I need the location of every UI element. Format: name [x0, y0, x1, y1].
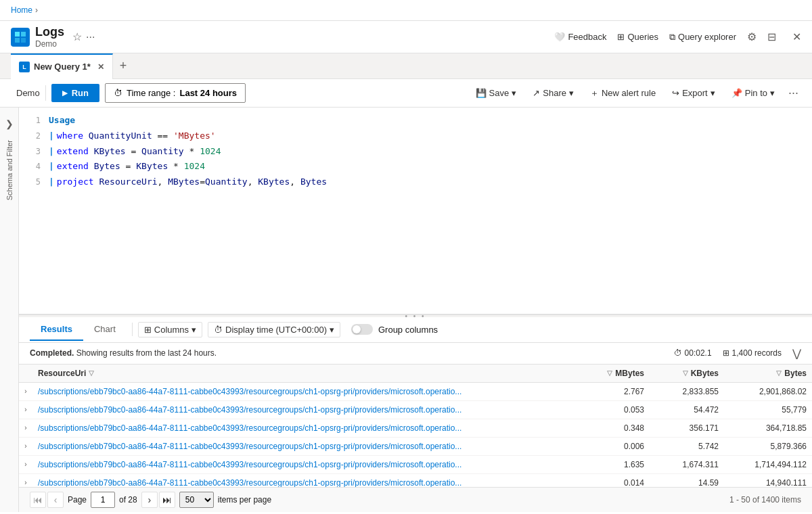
group-columns-toggle-area: Group columns [351, 324, 438, 335]
header: Logs Demo ☆ ··· 🤍 Feedback ⊞ Queries ⧉ Q… [0, 21, 812, 53]
prev-page-button[interactable]: ‹ [47, 492, 64, 508]
last-page-button[interactable]: ⏭ [159, 492, 175, 508]
time-range-value: Last 24 hours [179, 88, 237, 98]
page-input[interactable] [91, 492, 115, 508]
items-per-page-select[interactable]: 50 100 200 [179, 492, 214, 508]
bytes-cell-1: 55,779 [724, 400, 812, 419]
results-tabs-bar: Results Chart ⊞ Columns ▾ ⏱ Display time… [19, 317, 812, 343]
kbytes-cell-3: 5.742 [650, 437, 724, 455]
time-range-button[interactable]: ⏱ Time range : Last 24 hours [105, 83, 246, 103]
favorite-icon[interactable]: ☆ [72, 30, 82, 43]
mbytes-filter-icon[interactable]: ▽ [607, 369, 612, 377]
row-expand-2[interactable]: › [19, 419, 32, 437]
next-page-button[interactable]: › [141, 492, 158, 508]
columns-button[interactable]: ⊞ Columns ▾ [138, 322, 202, 337]
kbytes-header: ▽ KBytes [650, 365, 724, 383]
schema-filter-panel[interactable]: ❯ Schema and Filter [0, 108, 19, 512]
pin-chevron-icon: ▾ [770, 88, 775, 98]
row-expand-0[interactable]: › [19, 382, 32, 400]
resource-uri-cell-4: /subscriptions/ebb79bc0-aa86-44a7-8111-c… [32, 455, 589, 473]
table-row: › /subscriptions/ebb79bc0-aa86-44a7-8111… [19, 419, 812, 437]
save-button[interactable]: 💾 Save ▾ [470, 85, 522, 101]
display-time-button[interactable]: ⏱ Display time (UTC+00:00) ▾ [208, 322, 340, 337]
editor-line-3: 3 | extend KBytes = Quantity * 1024 [19, 144, 812, 160]
time-range-prefix: Time range : [127, 88, 176, 98]
resource-uri-cell-5: /subscriptions/ebb79bc0-aa86-44a7-8111-c… [32, 473, 589, 487]
table-icon: ⊞ [723, 348, 729, 358]
editor-line-5: 5 | project ResourceUri , MBytes = Quant… [19, 174, 812, 190]
kbytes-cell-1: 54.472 [650, 400, 724, 419]
queries-button[interactable]: ⊞ Queries [617, 32, 658, 42]
first-page-button[interactable]: ⏮ [30, 492, 46, 508]
group-columns-label: Group columns [378, 325, 438, 335]
results-meta: ⏱ 00:02.1 ⊞ 1,400 records ⋁ [674, 347, 801, 360]
feedback-button[interactable]: 🤍 Feedback [554, 32, 606, 42]
save-chevron-icon: ▾ [512, 88, 516, 98]
breadcrumb-home[interactable]: Home [11, 5, 32, 15]
mbytes-header: ▽ MBytes [589, 365, 650, 383]
group-columns-toggle[interactable] [351, 324, 373, 335]
pin-to-button[interactable]: 📌 Pin to ▾ [726, 85, 780, 101]
editor-line-1: 1 Usage [19, 113, 812, 128]
header-title-group: Logs Demo [35, 25, 64, 49]
close-icon[interactable]: ✕ [792, 30, 801, 43]
tab-close-icon[interactable]: ✕ [97, 62, 104, 72]
query-explorer-button[interactable]: ⧉ Query explorer [669, 32, 736, 43]
tab-new-query-1[interactable]: L New Query 1* ✕ [11, 53, 113, 79]
clock-icon: ⏱ [114, 88, 122, 98]
results-table: ResourceUri ▽ ▽ MBytes [19, 365, 812, 488]
svg-rect-2 [15, 38, 20, 43]
kbytes-filter-icon[interactable]: ▽ [683, 369, 688, 377]
workspace-label: Demo [11, 85, 46, 101]
settings-icon[interactable]: ⚙ [747, 30, 757, 43]
row-expand-4[interactable]: › [19, 455, 32, 473]
bytes-cell-3: 5,879.366 [724, 437, 812, 455]
new-alert-button[interactable]: ＋ New alert rule [585, 85, 661, 102]
resource-uri-header: ResourceUri ▽ [32, 365, 589, 383]
heart-icon: 🤍 [554, 32, 565, 42]
tab-label: New Query 1* [34, 62, 91, 72]
status-text: Completed. Showing results from the last… [30, 348, 674, 358]
bytes-cell-0: 2,901,868.02 [724, 382, 812, 400]
layout-icon[interactable]: ⊟ [767, 30, 776, 43]
kbytes-cell-5: 14.59 [650, 473, 724, 487]
query-editor[interactable]: 1 Usage 2 | where QuantityUnit == 'MByte… [19, 108, 812, 314]
app-title: Logs [35, 25, 64, 39]
workspace-name: Demo [35, 39, 64, 49]
collapse-arrow-icon[interactable]: ❯ [5, 118, 14, 129]
table-row: › /subscriptions/ebb79bc0-aa86-44a7-8111… [19, 437, 812, 455]
tab-chart[interactable]: Chart [83, 319, 127, 341]
time-chevron-icon: ▾ [330, 325, 334, 335]
mbytes-cell-0: 2.767 [589, 382, 650, 400]
add-tab-button[interactable]: + [113, 59, 134, 73]
row-expand-1[interactable]: › [19, 400, 32, 419]
row-expand-3[interactable]: › [19, 437, 32, 455]
row-expand-5[interactable]: › [19, 473, 32, 487]
resource-uri-cell-1: /subscriptions/ebb79bc0-aa86-44a7-8111-c… [32, 400, 589, 419]
save-icon: 💾 [476, 88, 487, 98]
breadcrumb-separator: › [35, 5, 38, 15]
timer-icon: ⏱ [674, 348, 682, 358]
share-button[interactable]: ↗ Share ▾ [527, 85, 579, 101]
record-count: ⊞ 1,400 records [723, 348, 782, 358]
more-options-icon[interactable]: ··· [86, 31, 95, 43]
page-navigation: ⏮ ‹ [30, 492, 64, 508]
schema-filter-label: Schema and Filter [5, 140, 14, 200]
expand-results-icon[interactable]: ⋁ [792, 347, 801, 360]
run-button[interactable]: ▶ Run [51, 84, 99, 102]
share-icon: ↗ [533, 88, 540, 98]
toolbar-more-icon[interactable]: ··· [786, 83, 801, 103]
columns-icon: ⊞ [144, 325, 152, 335]
tab-results[interactable]: Results [30, 319, 83, 341]
mbytes-cell-2: 0.348 [589, 419, 650, 437]
divider [132, 323, 133, 336]
table-row: › /subscriptions/ebb79bc0-aa86-44a7-8111… [19, 473, 812, 487]
page-label: Page [68, 495, 87, 505]
kbytes-cell-4: 1,674.311 [650, 455, 724, 473]
export-chevron-icon: ▾ [710, 88, 715, 98]
bytes-filter-icon[interactable]: ▽ [776, 369, 782, 377]
next-prev-nav: › ⏭ [141, 492, 175, 508]
filter-icon[interactable]: ▽ [89, 369, 94, 377]
mbytes-cell-1: 0.053 [589, 400, 650, 419]
export-button[interactable]: ↪ Export ▾ [667, 85, 721, 101]
